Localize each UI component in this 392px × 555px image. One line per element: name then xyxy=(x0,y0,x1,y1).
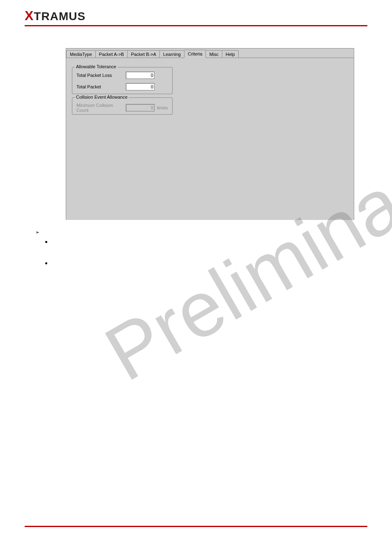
logo-rest: TRAMUS xyxy=(34,10,85,23)
label-min-collision-count: Minimum Collision Count xyxy=(76,103,126,113)
unit-times: times xyxy=(157,105,168,110)
tab-packet-ba[interactable]: Packet B->A xyxy=(127,50,160,58)
legend-allowable-tolerance: Allowable Tolerance xyxy=(75,64,118,69)
brand-logo: XTRAMUS xyxy=(25,8,392,23)
input-min-collision-count xyxy=(126,104,154,111)
input-total-packet-loss[interactable] xyxy=(126,72,154,79)
row-total-packet: Total Packet xyxy=(76,83,154,90)
bullet-dot-icon xyxy=(45,241,47,243)
logo-x: X xyxy=(25,8,34,23)
tab-criteria[interactable]: Criteria xyxy=(184,50,206,58)
label-total-packet-loss: Total Packet Loss xyxy=(76,73,126,78)
groupbox-allowable-tolerance: Allowable Tolerance Total Packet Loss To… xyxy=(72,67,173,94)
tab-mediatype[interactable]: MediaType xyxy=(66,50,96,58)
header-divider xyxy=(25,25,367,26)
arrow-bullet-icon: ➢ xyxy=(35,229,39,235)
settings-panel: MediaType Packet A->B Packet B->A Learni… xyxy=(66,48,354,220)
bullet-dot-icon xyxy=(45,262,47,264)
groupbox-collision-event-allowance: Collision Event Allowance Minimum Collis… xyxy=(72,97,173,115)
label-total-packet: Total Packet xyxy=(76,84,126,89)
tab-learning[interactable]: Learning xyxy=(159,50,184,58)
footer-divider xyxy=(25,526,367,527)
input-total-packet[interactable] xyxy=(126,83,154,90)
row-total-packet-loss: Total Packet Loss xyxy=(76,72,154,79)
tab-packet-ab[interactable]: Packet A->B xyxy=(95,50,128,58)
tab-body-criteria: Allowable Tolerance Total Packet Loss To… xyxy=(66,58,354,220)
tab-misc[interactable]: Misc xyxy=(205,50,222,58)
row-min-collision-count: Minimum Collision Count times xyxy=(76,103,168,113)
tab-strip: MediaType Packet A->B Packet B->A Learni… xyxy=(66,49,354,58)
legend-collision-event-allowance: Collision Event Allowance xyxy=(75,95,129,99)
tab-help[interactable]: Help xyxy=(222,50,239,58)
